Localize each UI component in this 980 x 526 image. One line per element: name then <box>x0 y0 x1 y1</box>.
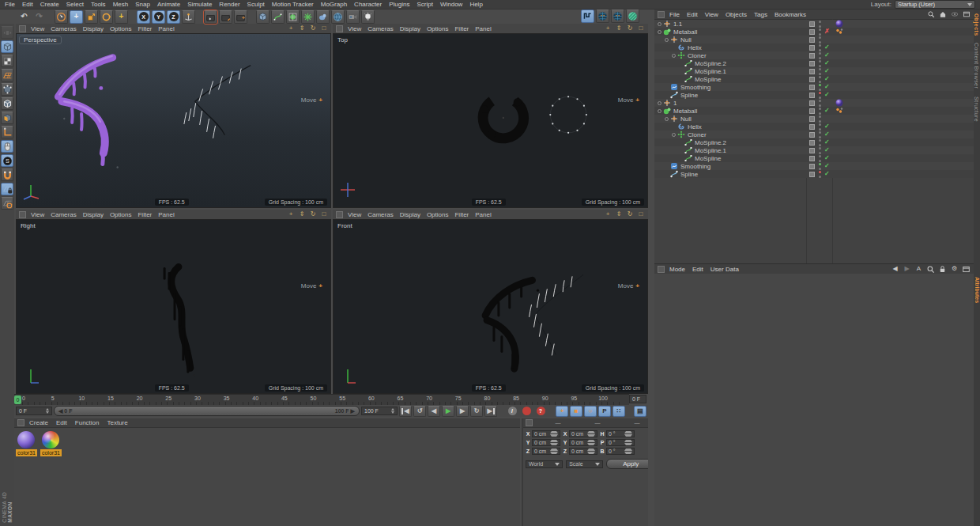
object-row-1-1[interactable]: 1.1 <box>654 20 974 28</box>
material-preview-sphere[interactable] <box>17 431 35 448</box>
menu-user-data[interactable]: User Data <box>710 266 739 273</box>
viewport-canvas[interactable]: Front Move+ <box>333 219 648 394</box>
visibility-dots[interactable] <box>819 100 822 107</box>
polygons-mode-icon[interactable] <box>1 112 13 124</box>
live-selection-icon[interactable] <box>55 10 68 24</box>
tab-objects[interactable]: Objects <box>974 13 979 36</box>
zoom-view-icon[interactable]: ⇕ <box>615 25 623 32</box>
menu-mograph[interactable]: MoGraph <box>321 1 347 8</box>
planar-workplane-icon[interactable] <box>1 197 13 210</box>
key-parameter-button[interactable]: P <box>598 406 611 417</box>
mograph-tag-icon[interactable] <box>835 28 843 36</box>
last-tool-icon[interactable]: + <box>115 10 128 24</box>
menu-tools[interactable]: Tools <box>91 1 106 8</box>
spinner-icon[interactable] <box>624 431 632 437</box>
undo-icon[interactable]: ↶ <box>17 10 31 24</box>
enabled-icon[interactable]: ✓ <box>824 139 830 146</box>
layer-toggle[interactable] <box>809 100 815 106</box>
enabled-icon[interactable]: ✓ <box>824 123 830 130</box>
object-row-mospline-1[interactable]: MoSpline.1✓ <box>654 146 974 154</box>
render-settings-icon[interactable] <box>219 10 232 24</box>
pan-view-icon[interactable]: + <box>287 25 295 32</box>
object-row-spline[interactable]: Spline✓ <box>654 170 974 178</box>
viewport-canvas[interactable]: Top Move+ <box>333 33 648 208</box>
object-row-smoothing[interactable]: Smoothing✓ <box>654 83 974 91</box>
search-icon[interactable] <box>926 10 935 19</box>
menu-file[interactable]: File <box>669 11 680 18</box>
search-icon[interactable] <box>926 265 935 274</box>
dropdown-world[interactable]: World <box>526 460 563 468</box>
current-frame-field[interactable]: 0 F <box>16 407 52 415</box>
material-preview-sphere[interactable] <box>42 431 59 448</box>
play-forward-button[interactable]: ▶ <box>442 406 454 417</box>
timeline-layout-button[interactable]: ▤ <box>634 406 646 417</box>
panel-grip-icon[interactable] <box>336 25 343 32</box>
keyframe-selection-button[interactable]: ? <box>534 406 547 417</box>
menu-cameras[interactable]: Cameras <box>51 25 76 32</box>
light-icon[interactable] <box>361 10 375 24</box>
menu-edit[interactable]: Edit <box>22 1 33 8</box>
render-view-icon[interactable] <box>204 10 217 24</box>
object-row-spline[interactable]: Spline✓ <box>654 91 974 99</box>
menu-panel[interactable]: Panel <box>475 211 491 218</box>
spline-pen-icon[interactable] <box>271 10 285 24</box>
material-item[interactable]: color31 <box>40 431 62 456</box>
font-icon[interactable]: A <box>914 265 923 274</box>
viewport-label[interactable]: Top <box>337 36 348 44</box>
coordinate-system-icon[interactable] <box>182 10 195 24</box>
menu-character[interactable]: Character <box>354 1 382 8</box>
menu-view[interactable]: View <box>705 11 718 18</box>
menu-cameras[interactable]: Cameras <box>51 211 76 218</box>
menu-plugins[interactable]: Plugins <box>389 1 409 8</box>
menu-filter[interactable]: Filter <box>454 211 469 218</box>
key-pla-button[interactable]: ∷ <box>612 406 625 417</box>
rotate-view-icon[interactable]: ↻ <box>309 210 317 218</box>
end-frame-field[interactable]: 100 F <box>361 407 398 415</box>
menu-simulate[interactable]: Simulate <box>187 1 212 8</box>
layer-toggle[interactable] <box>809 85 815 90</box>
playhead[interactable]: 0 <box>14 395 21 404</box>
local-grid-icon[interactable] <box>611 9 624 23</box>
record-button[interactable]: / <box>506 406 518 417</box>
menu-render[interactable]: Render <box>219 1 239 8</box>
zoom-view-icon[interactable]: ⇕ <box>615 210 623 218</box>
menu-filter[interactable]: Filter <box>138 25 152 32</box>
menu-view[interactable]: View <box>348 211 361 218</box>
timeline-ruler[interactable]: 0 05101520253035404550556065707580859095… <box>14 394 629 405</box>
enabled-icon[interactable]: ✓ <box>824 60 830 66</box>
edges-mode-icon[interactable] <box>1 97 13 110</box>
menu-mode[interactable]: Mode <box>669 266 685 273</box>
panel-divider[interactable] <box>648 9 654 526</box>
cycle-button[interactable]: ↻ <box>470 406 483 417</box>
deformers-icon[interactable] <box>301 10 315 24</box>
visibility-dots[interactable] <box>819 163 822 170</box>
axis-mode-icon[interactable] <box>1 126 13 138</box>
viewport-label[interactable]: Right <box>21 222 36 229</box>
expander-icon[interactable] <box>658 22 662 26</box>
rotate-tool-icon[interactable] <box>100 10 113 24</box>
make-editable-icon[interactable] <box>1 26 13 39</box>
layer-toggle[interactable] <box>809 61 815 66</box>
redo-icon[interactable]: ↷ <box>32 10 46 24</box>
coordinate-value-field[interactable]: 0 cm <box>532 430 560 437</box>
layer-toggle[interactable] <box>809 45 815 51</box>
zoom-view-icon[interactable]: ⇕ <box>298 210 306 218</box>
rotate-view-icon[interactable]: ↻ <box>626 210 634 218</box>
enabled-icon[interactable]: ✓ <box>824 44 830 51</box>
menu-edit[interactable]: Edit <box>687 11 698 18</box>
object-row-smoothing[interactable]: Smoothing✓ <box>654 162 974 170</box>
workplane-lock-icon[interactable] <box>1 183 13 195</box>
expander-icon[interactable] <box>658 109 662 113</box>
lock-icon[interactable] <box>938 265 947 274</box>
menu-function[interactable]: Function <box>75 419 100 426</box>
layer-toggle[interactable] <box>809 124 815 130</box>
coordinate-value-field[interactable]: 0 ° <box>606 439 635 446</box>
layer-toggle[interactable] <box>809 53 815 59</box>
object-row-helix[interactable]: Helix✓ <box>654 44 974 51</box>
maximize-view-icon[interactable]: □ <box>320 210 328 218</box>
spinner-icon[interactable] <box>624 448 632 454</box>
expander-icon[interactable] <box>665 117 669 121</box>
play-mode-button[interactable]: ↺ <box>413 406 426 417</box>
menu-panel[interactable]: Panel <box>158 25 174 32</box>
menu-filter[interactable]: Filter <box>454 25 469 32</box>
